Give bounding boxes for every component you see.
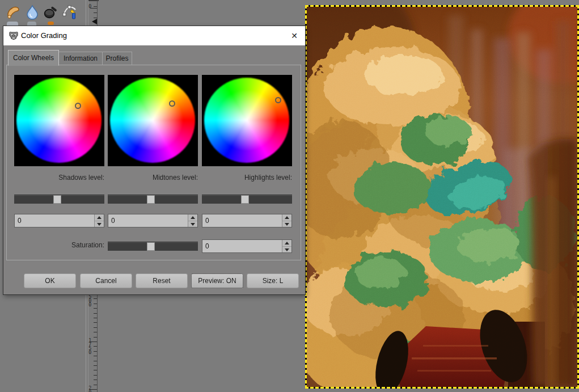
saturation-slider[interactable] — [108, 242, 198, 251]
midtones-level-spinner[interactable]: 0 — [108, 214, 198, 227]
dialog-titlebar[interactable]: Color Grading ✕ — [3, 26, 305, 45]
blur-tool-icon[interactable] — [24, 4, 41, 20]
highlights-level-label: Highlights level: — [202, 174, 292, 182]
cancel-button[interactable]: Cancel — [80, 273, 132, 288]
ruler-position-marker — [92, 19, 97, 24]
paths-tool-icon[interactable] — [62, 4, 79, 20]
midtones-level-value[interactable]: 0 — [111, 217, 115, 225]
shadows-level-spinner[interactable]: 0 — [14, 214, 104, 227]
saturation-label: Saturation: — [14, 241, 104, 249]
spin-buttons — [94, 214, 104, 227]
highlights-level-slider[interactable] — [202, 195, 292, 204]
ruler-label: 0 — [88, 5, 93, 9]
highlights-level-value[interactable]: 0 — [205, 217, 209, 225]
spin-down-icon[interactable] — [282, 221, 291, 227]
slider-thumb[interactable] — [147, 242, 155, 251]
tool-row2-sliver — [7, 22, 18, 26]
shadows-level-value[interactable]: 0 — [18, 217, 22, 225]
saturation-spinner[interactable]: 0 — [202, 239, 292, 253]
spin-buttons — [188, 214, 197, 227]
midtones-level-label: Midtones level: — [108, 174, 198, 182]
highlights-wheel-box — [202, 75, 292, 166]
midtones-wheel-marker[interactable] — [169, 100, 175, 107]
tool-row2-sliver — [48, 22, 54, 25]
spin-buttons — [282, 214, 291, 227]
color-grading-dialog: Color Grading ✕ Color Wheels Information… — [3, 26, 306, 295]
tab-color-wheels[interactable]: Color Wheels — [8, 50, 59, 66]
gimp-wilber-icon — [9, 31, 19, 43]
size-button[interactable]: Size: L — [247, 273, 299, 288]
slider-thumb[interactable] — [147, 195, 155, 204]
spin-buttons — [282, 240, 291, 252]
gimp-application-window: 0 1500 1750 2000 — [0, 0, 579, 392]
midtones-color-wheel[interactable] — [110, 78, 195, 163]
midtones-level-slider[interactable] — [108, 195, 198, 204]
dodge-burn-tool-icon[interactable] — [43, 4, 60, 20]
dialog-title: Color Grading — [21, 31, 67, 40]
spin-up-icon[interactable] — [282, 214, 291, 221]
shadows-color-wheel[interactable] — [16, 78, 102, 163]
image-canvas[interactable] — [305, 5, 579, 389]
highlights-color-wheel[interactable] — [204, 78, 289, 163]
ruler-label: 2000 — [88, 386, 93, 392]
shadows-wheel-marker[interactable] — [75, 103, 81, 109]
shadows-level-label: Shadows level: — [14, 174, 104, 182]
highlights-level-spinner[interactable]: 0 — [202, 214, 292, 227]
painting-image — [307, 7, 577, 387]
tab-profiles[interactable]: Profiles — [102, 52, 132, 65]
highlights-wheel-marker[interactable] — [275, 97, 281, 103]
spin-up-icon[interactable] — [95, 214, 104, 221]
tab-information[interactable]: Information — [58, 52, 103, 65]
ruler-label: 1750 — [88, 339, 93, 355]
preview-toggle-button[interactable]: Preview: ON — [191, 273, 243, 288]
tool-row2-sliver — [27, 22, 36, 26]
shadows-level-slider[interactable] — [14, 195, 104, 204]
close-icon[interactable]: ✕ — [288, 30, 301, 41]
spin-down-icon[interactable] — [282, 246, 291, 253]
spin-down-icon[interactable] — [95, 221, 104, 227]
spin-down-icon[interactable] — [188, 221, 197, 227]
slider-thumb[interactable] — [53, 195, 61, 204]
reset-button[interactable]: Reset — [136, 273, 188, 288]
slider-thumb[interactable] — [241, 195, 249, 204]
ok-button[interactable]: OK — [24, 273, 76, 288]
spin-up-icon[interactable] — [282, 240, 291, 246]
spin-up-icon[interactable] — [188, 214, 197, 221]
smudge-tool-icon[interactable] — [5, 4, 22, 20]
midtones-wheel-box — [108, 75, 198, 166]
saturation-value[interactable]: 0 — [205, 242, 209, 250]
shadows-wheel-box — [14, 75, 104, 166]
